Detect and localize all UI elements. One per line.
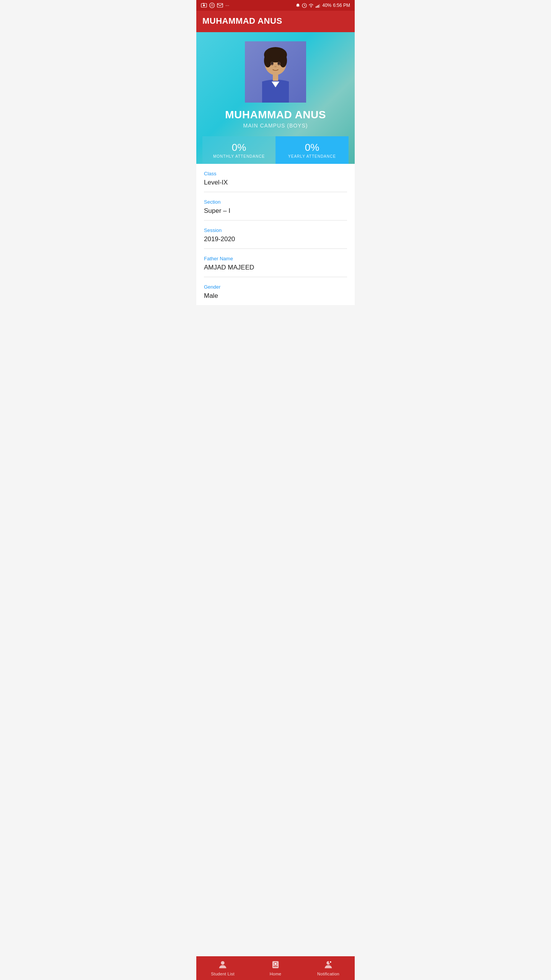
svg-point-14: [264, 54, 272, 67]
class-value: Level-IX: [204, 179, 347, 186]
svg-point-19: [278, 62, 280, 64]
profile-photo: [245, 41, 306, 103]
status-icons-left: ···: [201, 3, 229, 8]
yearly-attendance-cell: 0% YEARLY ATTENDANCE: [276, 136, 349, 164]
status-bar: ··· 40% 6:56 PM: [196, 0, 355, 11]
monthly-attendance-cell: 0% MONTHLY ATTENDANCE: [202, 136, 276, 164]
gender-value: Male: [204, 292, 347, 300]
svg-rect-4: [217, 3, 223, 7]
session-label: Session: [204, 227, 347, 233]
monthly-percent: 0%: [205, 142, 272, 154]
gmail-icon: [217, 3, 223, 8]
gender-label: Gender: [204, 284, 347, 290]
info-section: Class Level-IX Section Super – I Session…: [196, 164, 355, 305]
svg-rect-2: [203, 3, 204, 4]
section-value: Super – I: [204, 207, 347, 215]
class-label: Class: [204, 171, 347, 176]
svg-rect-9: [318, 5, 319, 8]
top-header: MUHAMMAD ANUS: [196, 11, 355, 32]
gender-info-item: Gender Male: [204, 277, 347, 305]
more-icon: ···: [225, 3, 229, 8]
photo-icon: [201, 3, 207, 8]
profile-campus: MAIN CAMPUS (BOYS): [243, 122, 308, 129]
header-title: MUHAMMAD ANUS: [202, 16, 349, 26]
monthly-label: MONTHLY ATTENDANCE: [205, 154, 272, 158]
profile-name: MUHAMMAD ANUS: [225, 109, 326, 121]
svg-point-18: [271, 62, 273, 64]
attendance-row: 0% MONTHLY ATTENDANCE 0% YEARLY ATTENDAN…: [202, 136, 349, 164]
profile-section: MUHAMMAD ANUS MAIN CAMPUS (BOYS) 0% MONT…: [196, 32, 355, 164]
svg-point-1: [203, 5, 205, 7]
svg-rect-21: [273, 74, 278, 81]
svg-point-3: [210, 3, 215, 8]
time-display: 6:56 PM: [333, 3, 350, 8]
class-info-item: Class Level-IX: [204, 164, 347, 192]
svg-rect-5: [298, 6, 298, 7]
section-info-item: Section Super – I: [204, 192, 347, 220]
father-name-value: AMJAD MAJEED: [204, 264, 347, 271]
status-icons-right: 40% 6:56 PM: [295, 3, 350, 8]
yearly-label: YEARLY ATTENDANCE: [279, 154, 346, 158]
wifi-icon: [308, 3, 314, 8]
svg-rect-10: [319, 4, 320, 8]
signal-icon: [315, 3, 321, 8]
student-photo-svg: [245, 41, 306, 103]
svg-rect-7: [316, 7, 316, 8]
battery-text: 40%: [322, 3, 331, 8]
session-info-item: Session 2019-2020: [204, 220, 347, 249]
yearly-percent: 0%: [279, 142, 346, 154]
section-label: Section: [204, 199, 347, 205]
svg-rect-8: [317, 6, 318, 8]
svg-point-20: [274, 66, 277, 67]
clock-icon: [302, 3, 307, 8]
alarm-icon: [295, 3, 300, 8]
session-value: 2019-2020: [204, 235, 347, 243]
svg-point-15: [279, 54, 287, 67]
whatsapp-icon: [209, 3, 215, 8]
father-name-label: Father Name: [204, 256, 347, 261]
father-name-info-item: Father Name AMJAD MAJEED: [204, 249, 347, 277]
